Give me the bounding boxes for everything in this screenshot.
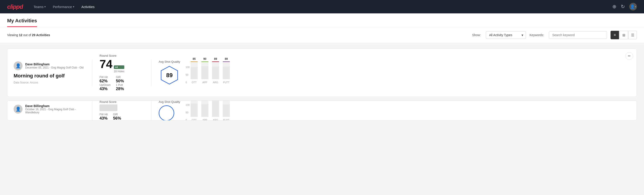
- bar-ott: 85 OTT: [190, 57, 198, 84]
- activity-card-2: 👤 Dave Billingham October 16, 2021 - Gog…: [7, 100, 637, 120]
- card-divider-2: [151, 59, 152, 86]
- gir-label-2: GIR: [113, 113, 121, 116]
- user-avatar: 👤: [14, 61, 22, 70]
- hexagon-container: 89: [159, 65, 180, 85]
- logo[interactable]: clippd: [7, 3, 23, 10]
- card-divider-4: [151, 100, 152, 120]
- card-divider-3: [92, 100, 92, 120]
- gir-value-2: 56%: [113, 116, 121, 120]
- round-score-label-2: Round Score: [100, 100, 144, 104]
- show-label: Show:: [472, 33, 481, 37]
- card-quality-2: Avg Shot Quality 100 50 0 94: [159, 100, 630, 120]
- bar-chart-container: 100 50 0 85 OTT: [186, 57, 230, 88]
- bar-app: 90 APP: [201, 57, 208, 84]
- nav-activities[interactable]: Activities: [82, 1, 94, 13]
- card-quality: Avg Shot Quality 89 100 50 0: [159, 57, 630, 88]
- fw-gir-stats: FW Hit 62% Up/Down 43% GIR 50% 1 Putt 28…: [100, 76, 144, 91]
- avg-shot-quality-label-2: Avg Shot Quality: [159, 100, 180, 104]
- user-name: Dave Billingham: [25, 62, 84, 66]
- nav-performance[interactable]: Performance ▾: [53, 1, 74, 13]
- bar-putt: 89 PUTT: [223, 57, 230, 84]
- round-score-label: Round Score: [100, 54, 144, 57]
- fw-hit-value: 62%: [100, 79, 110, 84]
- avatar-person-icon: 👤: [16, 63, 21, 68]
- edit-button[interactable]: ✏: [626, 52, 633, 60]
- oneputt-value: 28%: [116, 86, 124, 91]
- card-left-2: 👤 Dave Billingham October 16, 2021 - Gog…: [14, 104, 85, 117]
- activity-type-select[interactable]: All Activity Types: [486, 31, 526, 39]
- score-badge: +4: [114, 65, 124, 69]
- navbar-right: ⊕ ↻ 👤 ▾: [612, 3, 637, 10]
- bar-app-2: 92 APP: [201, 100, 208, 120]
- card-user: 👤 Dave Billingham December 05, 2021 - Go…: [14, 61, 85, 70]
- keywords-label: Keywords:: [530, 33, 544, 37]
- page-title: My Activities: [7, 14, 37, 27]
- oneputt-label: 1 Putt: [116, 84, 124, 86]
- activities-list: ✏ 👤 Dave Billingham December 05, 2021 - …: [0, 43, 644, 126]
- updown-label: Up/Down: [100, 84, 110, 86]
- updown-value: 43%: [100, 86, 110, 91]
- add-icon[interactable]: ⊕: [612, 4, 616, 10]
- bars-row-2: 94 OTT 92: [190, 100, 230, 120]
- bars-row: 85 OTT 90: [190, 57, 230, 88]
- gir-value: 50%: [116, 79, 124, 84]
- list-view-button[interactable]: ≡: [610, 31, 619, 39]
- y-axis-labels: 100 50 0: [186, 66, 190, 88]
- user-date: December 05, 2021 - Gog Magog Golf Club …: [25, 66, 84, 69]
- teams-chevron-icon: ▾: [44, 5, 46, 8]
- page-header: My Activities: [0, 14, 644, 27]
- user-avatar[interactable]: 👤 ▾: [629, 3, 637, 10]
- navbar: clippd Teams ▾ Performance ▾ Activities …: [0, 0, 644, 14]
- card-left: 👤 Dave Billingham December 05, 2021 - Go…: [14, 61, 85, 84]
- bar-arg: 89 ARG: [212, 57, 219, 84]
- y-axis-labels-2: 100 50 0: [186, 104, 190, 120]
- viewing-count-text: Viewing 12 out of 29 Activities: [7, 33, 50, 37]
- refresh-icon[interactable]: ↻: [621, 4, 625, 10]
- card-stats: Round Score 74 +4 18 Holes FW Hit 62% Up…: [100, 54, 144, 91]
- user-avatar-2: 👤: [14, 105, 22, 114]
- bar-arg-2: 106 ARG: [212, 100, 219, 120]
- fw-hit-value-2: 43%: [100, 116, 108, 120]
- data-source: Data Source: Arccos: [14, 81, 85, 84]
- avatar-icon: 👤: [630, 4, 635, 9]
- fw-hit-label: FW Hit: [100, 76, 110, 79]
- quality-circle: [159, 105, 174, 121]
- fw-gir-stats-2: FW Hit 43% GIR 56%: [100, 113, 144, 120]
- nav-teams[interactable]: Teams ▾: [34, 1, 46, 13]
- performance-chevron-icon: ▾: [73, 5, 74, 8]
- round-score-value: 74: [100, 58, 112, 70]
- user-name-2: Dave Billingham: [25, 104, 85, 108]
- bar-putt-2: 87 PUTT: [223, 100, 230, 120]
- card-user-2: 👤 Dave Billingham October 16, 2021 - Gog…: [14, 104, 85, 114]
- round-score-container: 74 +4 18 Holes: [100, 58, 144, 73]
- avatar-person-icon-2: 👤: [16, 106, 21, 112]
- hexagon: 89: [159, 65, 180, 85]
- avatar-chevron-icon: ▾: [635, 5, 636, 8]
- activity-title: Morning round of golf: [14, 73, 85, 79]
- gir-label: GIR: [116, 76, 124, 79]
- filter-row: Viewing 12 out of 29 Activities Show: Al…: [0, 27, 644, 43]
- bar-ott-2: 94 OTT: [190, 100, 198, 120]
- user-date-2: October 16, 2021 - Gog Magog Golf Club -…: [25, 108, 85, 114]
- card-divider: [92, 59, 92, 86]
- bar-chart-container-2: 100 50 0 94 OTT 92: [186, 100, 230, 120]
- hexagon-value: 89: [166, 72, 173, 79]
- keyword-input[interactable]: [549, 31, 607, 39]
- grid-view-button[interactable]: ⊞: [620, 31, 628, 39]
- activity-type-select-wrapper[interactable]: All Activity Types: [486, 31, 526, 39]
- card-stats-2: Round Score FW Hit 43% GIR 56%: [100, 100, 144, 120]
- activity-card: ✏ 👤 Dave Billingham December 05, 2021 - …: [7, 48, 637, 97]
- avg-shot-quality-label: Avg Shot Quality: [159, 60, 180, 63]
- view-toggle: ≡ ⊞ ☰: [610, 31, 637, 39]
- fw-hit-label-2: FW Hit: [100, 113, 108, 116]
- holes-label: 18 Holes: [114, 70, 124, 73]
- score-placeholder: [100, 104, 117, 111]
- compact-view-button[interactable]: ☰: [628, 31, 637, 39]
